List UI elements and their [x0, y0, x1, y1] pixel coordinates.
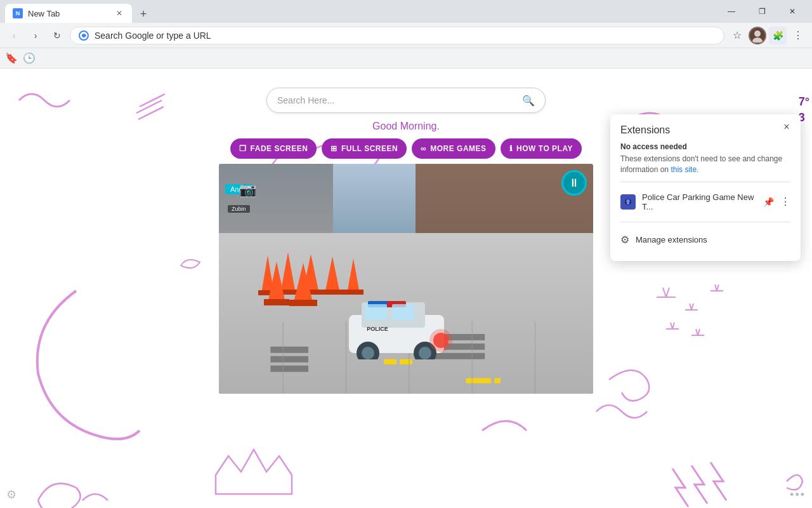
how-label: HOW TO PLAY: [516, 144, 573, 153]
google-icon: [78, 30, 89, 41]
more-icon: ∞: [421, 144, 426, 153]
more-label: MORE GAMES: [430, 144, 486, 153]
maximize-button[interactable]: ❐: [747, 1, 776, 22]
tab-close-button[interactable]: ✕: [114, 8, 124, 18]
greeting-text: Good Morning.: [372, 121, 440, 132]
full-icon: ⊞: [331, 144, 337, 153]
extension-name: Police Car Parking Game New T...: [642, 192, 757, 211]
bottom-settings-icon[interactable]: ⚙: [6, 488, 16, 502]
tab-strip: N New Tab ✕ +: [5, 0, 712, 23]
svg-point-1: [82, 34, 86, 37]
extensions-icon[interactable]: 🧩: [769, 27, 787, 44]
close-button[interactable]: ✕: [778, 1, 807, 22]
manage-extensions-item[interactable]: ⚙ Manage extensions: [620, 229, 790, 251]
game-frame: POLICE Angel Zubin 📷 ⏸: [219, 164, 593, 394]
extension-pin-icon: 📌: [763, 197, 774, 207]
fade-screen-button[interactable]: ❐ FADE SCREEN: [230, 138, 317, 159]
manage-extensions-label: Manage extensions: [636, 235, 707, 244]
game-toolbar: ❐ FADE SCREEN ⊞ FULL SCREEN ∞ MORE GAMES…: [230, 138, 582, 159]
minimize-button[interactable]: —: [717, 1, 746, 22]
forward-button[interactable]: ›: [27, 27, 44, 44]
more-games-button[interactable]: ∞ MORE GAMES: [412, 138, 495, 159]
pause-button[interactable]: ⏸: [561, 170, 587, 196]
extensions-panel: × Extensions No access needed These exte…: [610, 114, 801, 261]
gear-icon: ⚙: [620, 234, 629, 246]
new-tab-button[interactable]: +: [134, 5, 152, 23]
history-icon[interactable]: 🕒: [23, 52, 36, 64]
extension-kebab-menu[interactable]: ⋮: [780, 196, 790, 208]
how-icon: ℹ: [509, 144, 513, 153]
profile-avatar[interactable]: [749, 27, 766, 44]
title-bar: N New Tab ✕ + — ❐ ✕: [0, 0, 812, 23]
fade-label: FADE SCREEN: [251, 144, 308, 153]
tab-title: New Tab: [28, 9, 109, 18]
page-content: 7° 3 Search Here... 🔍 Good Morning. ❐ FA…: [0, 69, 812, 508]
bookmarks-bar: 🔖 🕒: [0, 48, 812, 69]
active-tab[interactable]: N New Tab ✕: [5, 4, 132, 23]
search-container: Search Here... 🔍: [266, 88, 546, 113]
extensions-close-button[interactable]: ×: [780, 121, 793, 133]
full-screen-button[interactable]: ⊞ FULL SCREEN: [322, 138, 407, 159]
extensions-title: Extensions: [620, 124, 790, 136]
back-button[interactable]: ‹: [5, 27, 23, 44]
bottom-dots-icon[interactable]: •••: [790, 488, 806, 502]
no-access-heading: No access needed: [620, 142, 790, 151]
camera-icon: 📷: [239, 182, 256, 198]
window-controls: — ❐ ✕: [717, 1, 807, 22]
extensions-divider-2: [620, 222, 790, 222]
address-bar[interactable]: Search Google or type a URL: [70, 27, 724, 44]
game-ground: [219, 233, 593, 394]
how-to-play-button[interactable]: ℹ HOW TO PLAY: [501, 138, 582, 159]
more-options-icon[interactable]: ⋮: [789, 27, 807, 44]
search-box[interactable]: Search Here... 🔍: [266, 88, 546, 113]
search-icon[interactable]: 🔍: [522, 95, 535, 107]
extension-item: Police Car Parking Game New T... 📌 ⋮: [620, 189, 790, 215]
game-scene: POLICE Angel Zubin 📷 ⏸: [219, 164, 593, 394]
extensions-divider: [620, 182, 790, 182]
full-label: FULL SCREEN: [341, 144, 398, 153]
svg-rect-50: [627, 199, 629, 204]
star-icon[interactable]: ☆: [728, 27, 746, 44]
bookmark-icon[interactable]: 🔖: [5, 52, 18, 64]
browser-toolbar: ‹ › ↻ Search Google or type a URL ☆ 🧩 ⋮: [0, 23, 812, 48]
side-number-top: 7°: [799, 94, 809, 110]
fade-icon: ❐: [239, 144, 247, 153]
no-access-description: These extensions don't need to see and c…: [620, 154, 790, 175]
extension-favicon: [620, 194, 636, 210]
no-access-link[interactable]: this site.: [671, 165, 698, 174]
player-tag-zubin: Zubin: [228, 205, 250, 213]
svg-point-2: [754, 30, 761, 37]
address-text: Search Google or type a URL: [95, 30, 716, 41]
refresh-button[interactable]: ↻: [48, 27, 66, 44]
svg-point-3: [752, 37, 763, 43]
tab-favicon: N: [13, 8, 23, 18]
toolbar-icons: ☆ 🧩 ⋮: [728, 27, 807, 44]
search-input[interactable]: Search Here...: [277, 95, 522, 105]
